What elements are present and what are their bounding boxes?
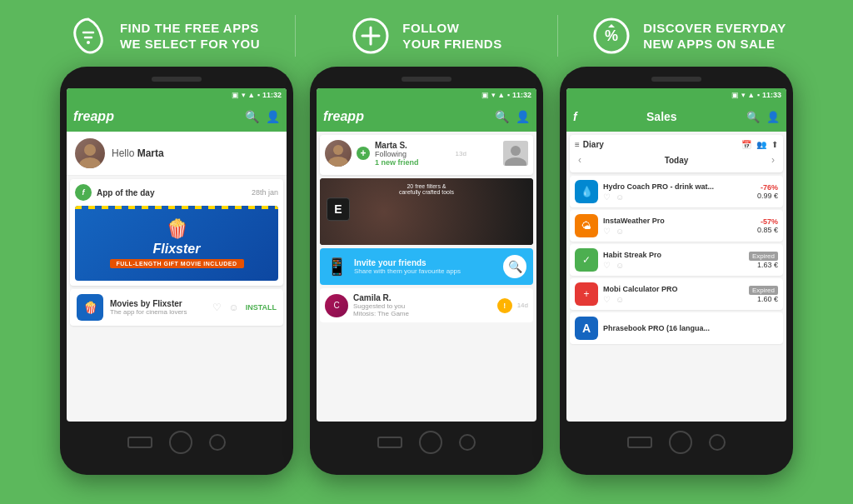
phone-3-bottom xyxy=(566,422,786,463)
sale-item-2: ✓ Habit Streak Pro ♡ ☺ Expired 1.63 € xyxy=(570,244,783,276)
diary-title: Diary xyxy=(583,140,604,149)
user-name-1: Marta xyxy=(137,147,164,159)
share-icon-s0[interactable]: ☺ xyxy=(616,192,624,202)
invite-title: Invite your friends xyxy=(354,258,496,267)
calendar-icon[interactable]: 📅 xyxy=(741,140,751,149)
suggested-desc: Suggested to you xyxy=(353,302,492,310)
search-icon-1[interactable]: 🔍 xyxy=(245,110,259,123)
phone-2-header-icons: 🔍 👤 xyxy=(495,110,530,123)
phones-area: ▣ ▾ ▲ ▪ 11:32 freapp 🔍 👤 xyxy=(0,67,853,504)
sale-expired-2: Expired xyxy=(749,252,778,261)
friend-avatar xyxy=(325,140,352,167)
diary-header: ≡ Diary 📅 👥 ⬆ xyxy=(575,140,778,149)
sale-expired-3: Expired xyxy=(749,286,778,295)
profile-icon-1[interactable]: 👤 xyxy=(266,110,280,123)
phone-1-header-icons: 🔍 👤 xyxy=(245,110,280,123)
next-arrow[interactable]: › xyxy=(771,154,775,166)
heart-icon-s3[interactable]: ♡ xyxy=(603,295,611,304)
sale-price-0: 0.99 € xyxy=(757,192,778,200)
sales-title: Sales xyxy=(646,110,677,123)
sale-name-1: InstaWeather Pro xyxy=(603,217,752,225)
sale-icon-2: ✓ xyxy=(575,248,598,272)
user-avatar-1 xyxy=(75,138,105,168)
share-icon-s3[interactable]: ☺ xyxy=(616,295,624,304)
app-of-day-card: f App of the day 28th jan 🍿 Flixster FUL… xyxy=(70,179,283,286)
sale-right-1: -57% 0.85 € xyxy=(757,217,778,234)
sale-info-0: Hydro Coach PRO - drink wat... ♡ ☺ xyxy=(603,182,752,202)
phone-3-back-btn xyxy=(627,437,652,448)
phone-1-bottom xyxy=(67,422,287,463)
movies-info: Movies by Flixster The app for cinema lo… xyxy=(110,299,206,316)
svg-point-7 xyxy=(79,157,101,168)
friend-name: Marta S. xyxy=(375,141,419,150)
search-icon-2[interactable]: 🔍 xyxy=(495,110,509,123)
flixster-banner[interactable]: 🍿 Flixster FULL-LENGTH GIFT MOVIE INCLUD… xyxy=(75,206,278,281)
phone-2-speaker xyxy=(402,77,451,82)
share-icon-s2[interactable]: ☺ xyxy=(616,261,624,270)
status-icons-1: ▣ ▾ ▲ ▪ xyxy=(232,91,260,99)
phone-3-logo: f xyxy=(573,110,577,123)
sale-price-1: 0.85 € xyxy=(757,226,778,234)
share-icon-s1[interactable]: ☺ xyxy=(616,227,624,236)
diary-card: ≡ Diary 📅 👥 ⬆ ‹ Today › xyxy=(570,135,783,172)
sale-info-2: Habit Streak Pro ♡ ☺ xyxy=(603,251,744,270)
today-nav: ‹ Today › xyxy=(575,152,778,167)
sale-discount-1: -57% xyxy=(757,217,778,226)
phone-2-app-btn xyxy=(459,434,476,451)
suggested-name: Camila R. xyxy=(353,293,492,302)
install-button-1[interactable]: INSTALL xyxy=(246,303,277,312)
sale-info-4: Phrasebook PRO (16 langua... xyxy=(603,324,778,332)
sale-item-3: + Mobi Calculator PRO ♡ ☺ Expired 1.60 € xyxy=(570,278,783,310)
svg-point-6 xyxy=(84,144,96,156)
sale-name-0: Hydro Coach PRO - drink wat... xyxy=(603,182,752,191)
invite-phone-icon: 📱 xyxy=(327,257,347,277)
phone-1-status-bar: ▣ ▾ ▲ ▪ 11:32 xyxy=(67,88,287,102)
today-label: Today xyxy=(665,156,689,165)
movies-name: Movies by Flixster xyxy=(110,299,206,308)
banner-section-3: % DISCOVER EVERYDAY NEW APPS ON SALE xyxy=(558,16,820,56)
invite-search-icon[interactable]: 🔍 xyxy=(503,255,526,278)
sale-right-0: -76% 0.99 € xyxy=(757,183,778,200)
sales-list: 💧 Hydro Coach PRO - drink wat... ♡ ☺ -76… xyxy=(566,176,786,344)
svg-point-8 xyxy=(333,145,343,155)
friend-row: + Marta S. Following 1 new friend 13d xyxy=(325,140,528,167)
freapp-small-icon: f xyxy=(75,184,92,201)
invite-text: Invite your friends Share with them your… xyxy=(354,258,496,275)
profile-icon-3[interactable]: 👤 xyxy=(766,111,780,123)
prev-arrow[interactable]: ‹ xyxy=(578,154,581,166)
suggested-app: Mitosis: The Game xyxy=(353,310,492,317)
share-icon-1[interactable]: ☺ xyxy=(228,302,238,313)
phone-3-screen: ▣ ▾ ▲ ▪ 11:33 f Sales 🔍 👤 ≡ Diary xyxy=(566,88,786,422)
sale-price-2: 1.63 € xyxy=(749,261,778,269)
banner-text-1: FIND THE FREE APPS WE SELECT FOR YOU xyxy=(120,20,260,52)
heart-icon-s1[interactable]: ♡ xyxy=(603,227,611,236)
people-icon[interactable]: 👥 xyxy=(756,140,766,149)
invite-banner[interactable]: 📱 Invite your friends Share with them yo… xyxy=(320,248,533,285)
search-icon-3[interactable]: 🔍 xyxy=(746,111,760,123)
profile-icon-2[interactable]: 👤 xyxy=(516,110,530,123)
phone-1-logo: freapp xyxy=(73,109,114,124)
movies-desc: The app for cinema lovers xyxy=(110,308,206,316)
heart-icon-s0[interactable]: ♡ xyxy=(603,192,611,202)
share-icon-diary[interactable]: ⬆ xyxy=(771,140,778,149)
hamburger-icon[interactable]: ≡ xyxy=(575,140,580,149)
phone-1-speaker xyxy=(152,77,202,82)
sale-name-4: Phrasebook PRO (16 langua... xyxy=(603,324,778,332)
sale-name-2: Habit Streak Pro xyxy=(603,251,744,259)
phone-1-app-btn xyxy=(209,434,226,451)
sale-info-1: InstaWeather Pro ♡ ☺ xyxy=(603,217,752,236)
sale-discount-0: -76% xyxy=(757,183,778,192)
friend-highlight: 1 new friend xyxy=(375,158,419,167)
heart-icon-1[interactable]: ♡ xyxy=(212,302,222,313)
svg-point-11 xyxy=(511,146,521,156)
heart-icon-s2[interactable]: ♡ xyxy=(603,261,611,270)
friend-activity-card: + Marta S. Following 1 new friend 13d xyxy=(320,135,533,175)
sale-right-3: Expired 1.60 € xyxy=(749,286,778,303)
phone-1-home-btn xyxy=(169,431,192,454)
movies-actions: ♡ ☺ INSTALL xyxy=(212,302,277,313)
phone-1-time: 11:32 xyxy=(262,91,282,99)
sale-icon-4: A xyxy=(575,317,598,340)
sale-price-3: 1.60 € xyxy=(749,295,778,303)
svg-point-9 xyxy=(328,157,348,167)
sale-item-4: A Phrasebook PRO (16 langua... xyxy=(570,312,783,344)
